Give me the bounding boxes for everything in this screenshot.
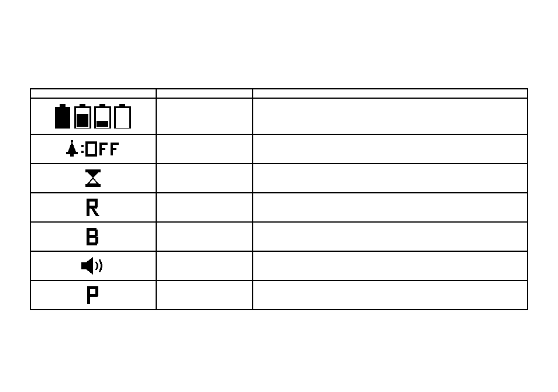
icon-cell	[30, 164, 156, 193]
svg-rect-4	[77, 114, 88, 127]
svg-rect-18	[99, 148, 105, 150]
svg-rect-35	[81, 262, 86, 269]
cell	[253, 280, 528, 310]
cell	[156, 222, 253, 251]
letter-R-icon	[87, 199, 99, 216]
svg-rect-1	[55, 107, 70, 129]
icon-cell	[30, 193, 156, 222]
svg-rect-20	[111, 143, 119, 145]
cell	[253, 251, 528, 280]
table-row	[30, 98, 528, 134]
table-row	[30, 251, 528, 280]
battery-levels-icon	[55, 104, 131, 129]
letter-P-icon	[87, 286, 99, 304]
table-row	[30, 193, 528, 222]
header-cell-2	[156, 89, 253, 98]
icon-cell	[30, 134, 156, 164]
table-row	[30, 280, 528, 310]
bell-off-icon	[66, 140, 120, 158]
icon-cell	[30, 251, 156, 280]
svg-rect-21	[111, 148, 116, 150]
table-row	[30, 164, 528, 193]
cell	[156, 280, 253, 310]
cell	[253, 164, 528, 193]
svg-rect-13	[81, 145, 84, 147]
header-cell-1	[30, 89, 156, 98]
svg-rect-40	[95, 286, 98, 296]
svg-rect-33	[95, 230, 98, 236]
cell	[253, 98, 528, 134]
cell	[253, 193, 528, 222]
table-row	[30, 222, 528, 251]
svg-rect-22	[85, 169, 101, 172]
cell	[156, 251, 253, 280]
svg-rect-7	[97, 121, 108, 127]
svg-rect-17	[99, 143, 108, 145]
svg-rect-14	[81, 151, 84, 153]
svg-rect-27	[87, 206, 97, 209]
svg-rect-12	[70, 154, 74, 157]
header-cell-3	[253, 89, 528, 98]
icon-cell	[30, 280, 156, 310]
svg-rect-15	[87, 143, 96, 155]
icon-cell	[30, 222, 156, 251]
svg-marker-28	[91, 209, 99, 216]
svg-rect-9	[115, 107, 130, 129]
table-row	[30, 134, 528, 164]
cell	[156, 98, 253, 134]
cell	[156, 164, 253, 193]
letter-B-icon	[87, 228, 99, 245]
speaker-icon	[81, 257, 105, 275]
svg-rect-34	[95, 237, 98, 244]
cell	[156, 134, 253, 164]
table-header-row	[30, 89, 528, 98]
cell	[253, 134, 528, 164]
cell	[253, 222, 528, 251]
cell	[156, 193, 253, 222]
icon-cell	[30, 98, 156, 134]
svg-marker-36	[86, 257, 93, 275]
lcd-indicator-table	[30, 88, 528, 310]
timer-icon	[85, 169, 101, 187]
svg-rect-0	[60, 104, 66, 107]
svg-rect-11	[66, 152, 78, 154]
